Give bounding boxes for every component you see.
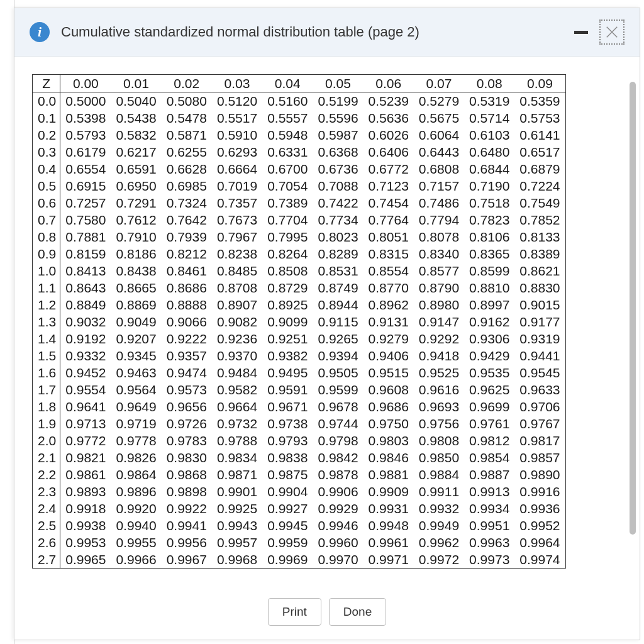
table-cell: 0.9949 bbox=[414, 517, 464, 534]
table-cell: 0.8264 bbox=[262, 245, 313, 262]
table-row: 2.60.99530.99550.99560.99570.99590.99600… bbox=[33, 534, 566, 551]
table-row-header: 0.2 bbox=[33, 126, 60, 143]
table-cell: 0.5987 bbox=[313, 126, 363, 143]
table-body: 0.00.50000.50400.50800.51200.51600.51990… bbox=[33, 92, 566, 569]
table-cell: 0.9082 bbox=[212, 313, 262, 330]
table-cell: 0.7704 bbox=[262, 211, 313, 228]
table-cell: 0.9664 bbox=[212, 398, 262, 415]
table-cell: 0.6443 bbox=[414, 143, 464, 160]
table-row: 1.20.88490.88690.88880.89070.89250.89440… bbox=[33, 296, 566, 313]
table-cell: 0.8438 bbox=[111, 262, 161, 279]
table-cell: 0.8315 bbox=[364, 245, 414, 262]
scrollbar-track[interactable] bbox=[630, 82, 636, 560]
table-cell: 0.9671 bbox=[262, 398, 313, 415]
table-cell: 0.8643 bbox=[60, 279, 111, 296]
table-cell: 0.9582 bbox=[212, 381, 262, 398]
table-cell: 0.7422 bbox=[313, 194, 363, 211]
table-cell: 0.7088 bbox=[313, 177, 363, 194]
table-row: 2.50.99380.99400.99410.99430.99450.99460… bbox=[33, 517, 566, 534]
table-cell: 0.5000 bbox=[60, 92, 111, 110]
table-col-header: 0.03 bbox=[212, 75, 262, 92]
table-cell: 0.9474 bbox=[162, 364, 212, 381]
dialog-body: Z0.000.010.020.030.040.050.060.070.080.0… bbox=[14, 57, 640, 587]
table-cell: 0.9898 bbox=[162, 483, 212, 500]
table-cell: 0.9441 bbox=[514, 347, 565, 364]
info-icon: i bbox=[30, 22, 50, 42]
table-cell: 0.6736 bbox=[313, 160, 363, 177]
table-cell: 0.9970 bbox=[313, 551, 363, 569]
table-row: 1.10.86430.86650.86860.87080.87290.87490… bbox=[33, 279, 566, 296]
table-cell: 0.9972 bbox=[414, 551, 464, 569]
print-button[interactable]: Print bbox=[268, 598, 321, 626]
table-cell: 0.9821 bbox=[60, 449, 111, 466]
table-cell: 0.9803 bbox=[364, 432, 414, 449]
table-cell: 0.8413 bbox=[60, 262, 111, 279]
table-cell: 0.8599 bbox=[464, 262, 514, 279]
table-cell: 0.9834 bbox=[212, 449, 262, 466]
table-cell: 0.9956 bbox=[162, 534, 212, 551]
table-row-header: 0.1 bbox=[33, 109, 60, 126]
table-cell: 0.7291 bbox=[111, 194, 161, 211]
table-row: 1.40.91920.92070.92220.92360.92510.92650… bbox=[33, 330, 566, 347]
table-cell: 0.5636 bbox=[364, 109, 414, 126]
table-cell: 0.7967 bbox=[212, 228, 262, 245]
table-cell: 0.9678 bbox=[313, 398, 363, 415]
table-cell: 0.9535 bbox=[464, 364, 514, 381]
table-cell: 0.9750 bbox=[364, 415, 414, 432]
table-cell: 0.5596 bbox=[313, 109, 363, 126]
table-cell: 0.9938 bbox=[60, 517, 111, 534]
table-row-header: 0.4 bbox=[33, 160, 60, 177]
close-button[interactable] bbox=[599, 19, 625, 45]
table-cell: 0.7157 bbox=[414, 177, 464, 194]
table-cell: 0.9778 bbox=[111, 432, 161, 449]
table-cell: 0.9920 bbox=[111, 500, 161, 517]
table-cell: 0.5948 bbox=[262, 126, 313, 143]
close-icon bbox=[605, 25, 619, 39]
scrollbar-thumb[interactable] bbox=[630, 82, 636, 535]
table-cell: 0.9382 bbox=[262, 347, 313, 364]
table-cell: 0.9713 bbox=[60, 415, 111, 432]
table-cell: 0.9207 bbox=[111, 330, 161, 347]
minimize-button[interactable] bbox=[573, 24, 589, 40]
table-cell: 0.9756 bbox=[414, 415, 464, 432]
table-cell: 0.9826 bbox=[111, 449, 161, 466]
done-button[interactable]: Done bbox=[329, 598, 386, 626]
table-cell: 0.9906 bbox=[313, 483, 363, 500]
table-row: 2.40.99180.99200.99220.99250.99270.99290… bbox=[33, 500, 566, 517]
table-cell: 0.9971 bbox=[364, 551, 414, 569]
table-cell: 0.7454 bbox=[364, 194, 414, 211]
table-cell: 0.7019 bbox=[212, 177, 262, 194]
table-cell: 0.7823 bbox=[464, 211, 514, 228]
table-cell: 0.9793 bbox=[262, 432, 313, 449]
table-cell: 0.9726 bbox=[162, 415, 212, 432]
table-row: 1.50.93320.93450.93570.93700.93820.93940… bbox=[33, 347, 566, 364]
table-cell: 0.9913 bbox=[464, 483, 514, 500]
table-cell: 0.9817 bbox=[514, 432, 565, 449]
table-row-header: 0.9 bbox=[33, 245, 60, 262]
table-cell: 0.5239 bbox=[364, 92, 414, 110]
table-cell: 0.9936 bbox=[514, 500, 565, 517]
table-cell: 0.9192 bbox=[60, 330, 111, 347]
table-row: 0.70.75800.76120.76420.76730.77040.77340… bbox=[33, 211, 566, 228]
table-cell: 0.8621 bbox=[514, 262, 565, 279]
table-cell: 0.6480 bbox=[464, 143, 514, 160]
background-sidebar-fragment bbox=[0, 0, 14, 644]
table-cell: 0.9846 bbox=[364, 449, 414, 466]
table-viewport: Z0.000.010.020.030.040.050.060.070.080.0… bbox=[32, 74, 622, 577]
table-cell: 0.9861 bbox=[60, 466, 111, 483]
table-cell: 0.9857 bbox=[514, 449, 565, 466]
table-row-header: 1.8 bbox=[33, 398, 60, 415]
table-cell: 0.8665 bbox=[111, 279, 161, 296]
table-cell: 0.9099 bbox=[262, 313, 313, 330]
table-cell: 0.8238 bbox=[212, 245, 262, 262]
table-cell: 0.9564 bbox=[111, 381, 161, 398]
table-cell: 0.8508 bbox=[262, 262, 313, 279]
table-cell: 0.9525 bbox=[414, 364, 464, 381]
table-row: 1.30.90320.90490.90660.90820.90990.91150… bbox=[33, 313, 566, 330]
table-cell: 0.9719 bbox=[111, 415, 161, 432]
table-cell: 0.8888 bbox=[162, 296, 212, 313]
table-cell: 0.9932 bbox=[414, 500, 464, 517]
table-row: 1.80.96410.96490.96560.96640.96710.96780… bbox=[33, 398, 566, 415]
table-cell: 0.7324 bbox=[162, 194, 212, 211]
table-cell: 0.5478 bbox=[162, 109, 212, 126]
